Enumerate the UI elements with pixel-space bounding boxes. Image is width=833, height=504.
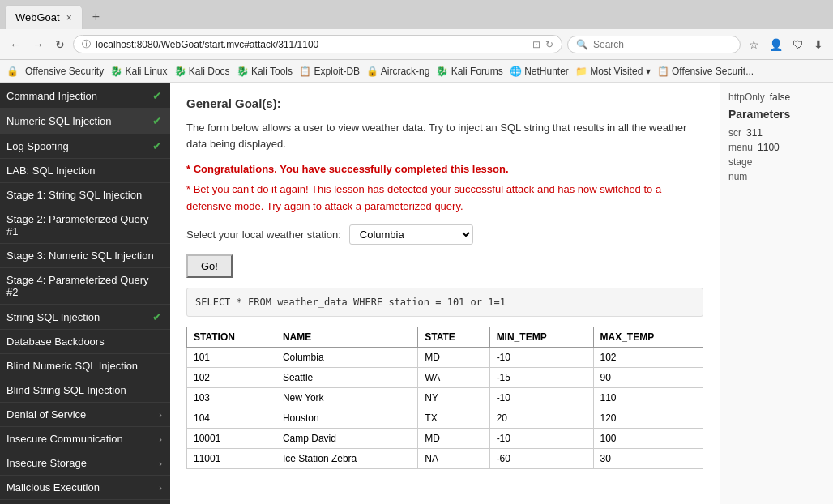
- sidebar-item-blind-numeric[interactable]: Blind Numeric SQL Injection: [0, 354, 170, 378]
- sidebar-item-db-backdoors[interactable]: Database Backdoors: [0, 330, 170, 354]
- shield-button[interactable]: 🛡: [789, 36, 807, 53]
- httponly-row: httpOnly false: [728, 92, 825, 103]
- bookmark-offensive2[interactable]: 📋 Offensive Securit...: [657, 66, 754, 77]
- sidebar-label: Numeric SQL Injection: [6, 115, 152, 127]
- table-cell: Seattle: [276, 368, 417, 388]
- tab-title: WebGoat: [15, 11, 60, 23]
- account-button[interactable]: 👤: [766, 36, 786, 53]
- bookmark-kali-linux[interactable]: 🐉 Kali Linux: [110, 66, 167, 77]
- table-cell: WA: [418, 368, 489, 388]
- sidebar-check-icon: ✔: [152, 114, 162, 127]
- table-cell: 101: [187, 348, 276, 368]
- table-cell: 102: [593, 348, 703, 368]
- bookmark-offensive-security[interactable]: Offensive Security: [25, 66, 104, 77]
- search-icon: 🔍: [576, 39, 588, 50]
- param-name: stage: [728, 156, 752, 168]
- table-cell: TX: [418, 408, 489, 429]
- forward-button[interactable]: →: [29, 36, 47, 53]
- bookmark-kali-forums[interactable]: 🐉 Kali Forums: [436, 66, 502, 77]
- table-cell: -60: [489, 449, 593, 469]
- table-row: 101ColumbiaMD-10102: [187, 348, 703, 368]
- sidebar-item-malicious-exec[interactable]: Malicious Execution ›: [0, 476, 170, 500]
- sidebar-item-stage1[interactable]: Stage 1: String SQL Injection: [0, 183, 170, 207]
- sidebar: Command Injection ✔ Numeric SQL Injectio…: [0, 83, 170, 504]
- main-layout: Command Injection ✔ Numeric SQL Injectio…: [0, 83, 833, 504]
- sidebar-label: Command Injection: [6, 90, 152, 102]
- httponly-label: httpOnly: [728, 92, 765, 103]
- sidebar-item-insecure-comm[interactable]: Insecure Communication ›: [0, 427, 170, 451]
- table-cell: New York: [276, 388, 417, 408]
- bookmark-kali-docs[interactable]: 🐉 Kali Docs: [174, 66, 230, 77]
- sidebar-label: Stage 4: Parameterized Query #2: [6, 274, 162, 298]
- reload-icon[interactable]: ↻: [545, 39, 553, 50]
- table-cell: MD: [418, 348, 489, 368]
- new-tab-button[interactable]: +: [86, 6, 106, 28]
- col-station: STATION: [187, 327, 276, 348]
- table-cell: -10: [489, 429, 593, 449]
- table-row: 10001Camp DavidMD-10100: [187, 429, 703, 449]
- bookmark-nethunter[interactable]: 🌐 NetHunter: [510, 66, 569, 77]
- sidebar-label: Blind Numeric SQL Injection: [6, 360, 162, 372]
- refresh-button[interactable]: ↻: [52, 36, 68, 53]
- sidebar-label: Blind String SQL Injection: [6, 384, 162, 396]
- browser-chrome: WebGoat × + ← → ↻ ⓘ localhost:8080/WebGo…: [0, 0, 833, 83]
- back-button[interactable]: ←: [6, 36, 24, 53]
- success-message: * Congratulations. You have successfully…: [186, 161, 703, 178]
- sidebar-item-blind-string[interactable]: Blind String SQL Injection: [0, 378, 170, 403]
- table-cell: -10: [489, 388, 593, 408]
- sidebar-item-dos[interactable]: Denial of Service ›: [0, 403, 170, 427]
- sidebar-item-insecure-storage[interactable]: Insecure Storage ›: [0, 451, 170, 476]
- sidebar-item-stage3[interactable]: Stage 3: Numeric SQL Injection: [0, 244, 170, 268]
- star-button[interactable]: ☆: [745, 36, 763, 53]
- sidebar-label: Stage 1: String SQL Injection: [6, 189, 162, 201]
- search-input[interactable]: [593, 39, 707, 50]
- sql-query-display: SELECT * FROM weather_data WHERE station…: [186, 288, 703, 317]
- bookmark-icon: 🔒: [6, 66, 19, 77]
- sidebar-item-stage4[interactable]: Stage 4: Parameterized Query #2: [0, 268, 170, 305]
- bookmark-exploit-db[interactable]: 📋 Exploit-DB: [299, 66, 360, 77]
- table-cell: Columbia: [276, 348, 417, 368]
- sidebar-item-stage2[interactable]: Stage 2: Parameterized Query #1: [0, 207, 170, 244]
- param-value: 311: [746, 127, 763, 139]
- table-row: 102SeattleWA-1590: [187, 368, 703, 388]
- table-row: 11001Ice Station ZebraNA-6030: [187, 449, 703, 469]
- sidebar-item-lab-sql[interactable]: LAB: SQL Injection: [0, 159, 170, 183]
- lock-icon: ⓘ: [82, 38, 91, 50]
- param-row: stage: [728, 156, 825, 168]
- table-cell: 30: [593, 449, 703, 469]
- bookmark-most-visited[interactable]: 📁 Most Visited ▾: [575, 66, 651, 77]
- content-area: General Goal(s): The form below allows a…: [170, 83, 833, 504]
- sidebar-label: String SQL Injection: [6, 311, 152, 323]
- parameters-section: Parameters scr311menu1100stagenum: [728, 108, 825, 182]
- param-row: scr311: [728, 127, 825, 139]
- sidebar-item-param-tampering[interactable]: Parameter Tampering ›: [0, 500, 170, 504]
- table-row: 104HoustonTX20120: [187, 408, 703, 429]
- table-cell: 120: [593, 408, 703, 429]
- table-cell: -15: [489, 368, 593, 388]
- param-row: num: [728, 171, 825, 182]
- sidebar-item-command-injection[interactable]: Command Injection ✔: [0, 83, 170, 109]
- chevron-right-icon: ›: [159, 459, 162, 468]
- tab-bar: WebGoat × +: [0, 0, 833, 29]
- browser-tab[interactable]: WebGoat ×: [5, 5, 83, 29]
- tab-close-button[interactable]: ×: [66, 12, 72, 23]
- station-select[interactable]: Columbia Seattle New York Houston Camp D…: [349, 224, 473, 245]
- sidebar-item-string-sql[interactable]: String SQL Injection ✔: [0, 305, 170, 330]
- sidebar-label: Stage 2: Parameterized Query #1: [6, 213, 162, 237]
- goal-title: General Goal(s):: [186, 96, 703, 110]
- main-content: General Goal(s): The form below allows a…: [170, 83, 720, 504]
- go-button[interactable]: Go!: [186, 254, 233, 278]
- bookmark-kali-tools[interactable]: 🐉 Kali Tools: [237, 66, 293, 77]
- download-button[interactable]: ⬇: [810, 36, 827, 53]
- station-row: Select your local weather station: Colum…: [186, 224, 703, 245]
- table-cell: 110: [593, 388, 703, 408]
- address-bar[interactable]: ⓘ localhost:8080/WebGoat/start.mvc#attac…: [73, 35, 562, 53]
- sidebar-item-log-spoofing[interactable]: Log Spoofing ✔: [0, 134, 170, 159]
- table-cell: 20: [489, 408, 593, 429]
- bookmark-aircrack[interactable]: 🔒 Aircrack-ng: [366, 66, 429, 77]
- col-state: STATE: [418, 327, 489, 348]
- sidebar-label: LAB: SQL Injection: [6, 164, 162, 177]
- warning-message: * Bet you can't do it again! This lesson…: [186, 182, 703, 216]
- search-bar[interactable]: 🔍: [567, 36, 741, 53]
- sidebar-item-numeric-sql[interactable]: Numeric SQL Injection ✔: [0, 109, 170, 134]
